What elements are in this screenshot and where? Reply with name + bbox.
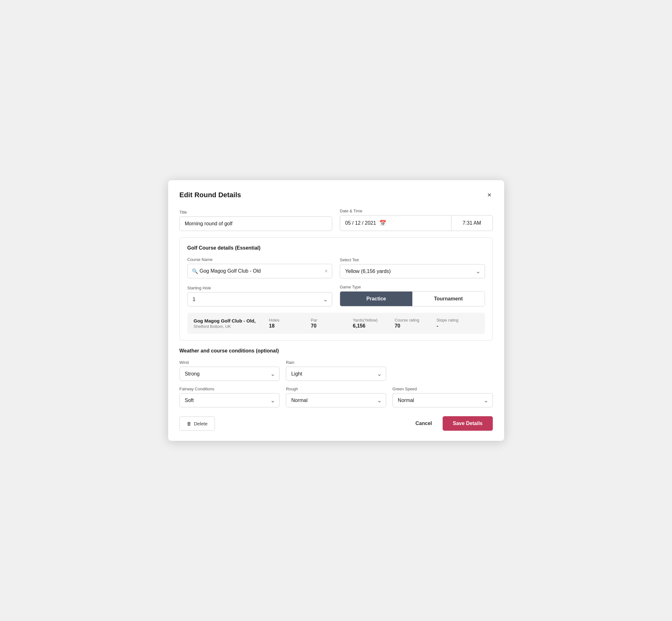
starting-hole-wrap: 1234 5678 910 ⌄ [187, 292, 333, 306]
weather-section: Weather and course conditions (optional)… [179, 348, 493, 407]
modal-title: Edit Round Details [179, 191, 241, 199]
title-group: Title [179, 210, 333, 231]
clear-course-icon[interactable]: × [324, 268, 328, 275]
modal-header: Edit Round Details × [179, 190, 493, 200]
course-rating-label: Course rating [395, 318, 419, 323]
course-name-label: Course Name [187, 257, 333, 262]
green-speed-group: Green Speed SlowNormalFastVery Fast ⌄ [392, 386, 493, 407]
date-time-field: 05 / 12 / 2021 📅 7:31 AM [340, 215, 493, 231]
course-stat-par: Par 70 [311, 318, 353, 329]
starting-hole-dropdown[interactable]: 1234 5678 910 [187, 292, 333, 306]
datetime-group: Date & Time 05 / 12 / 2021 📅 7:31 AM [340, 209, 493, 231]
select-tee-dropdown[interactable]: Yellow (6,156 yards) White Red Blue [340, 264, 485, 278]
course-stat-slope-rating: Slope rating - [437, 318, 478, 329]
wind-select-wrap: CalmLightModerate StrongVery Strong ⌄ [179, 367, 280, 381]
fairway-label: Fairway Conditions [179, 386, 280, 391]
golf-course-section: Golf Course details (Essential) Course N… [179, 237, 493, 340]
golf-course-title: Golf Course details (Essential) [187, 245, 485, 251]
slope-rating-value: - [437, 323, 438, 329]
course-name-input[interactable] [187, 264, 333, 278]
wind-label: Wind [179, 360, 280, 365]
yards-value: 6,156 [353, 323, 365, 329]
game-type-group: Game Type Practice Tournament [340, 285, 485, 306]
rough-select-wrap: ShortNormalLongVery Long ⌄ [286, 393, 386, 407]
rain-label: Rain [286, 360, 386, 365]
game-type-label: Game Type [340, 285, 485, 289]
par-value: 70 [311, 323, 317, 329]
wind-group: Wind CalmLightModerate StrongVery Strong… [179, 360, 280, 381]
course-info-location: Shelford Bottom, UK [194, 324, 269, 329]
game-type-toggle: Practice Tournament [340, 291, 485, 306]
trash-icon: 🗑 [187, 421, 192, 426]
tournament-button[interactable]: Tournament [412, 292, 485, 306]
date-field[interactable]: 05 / 12 / 2021 📅 [340, 215, 452, 231]
calendar-icon: 📅 [379, 220, 386, 226]
course-name-group: Course Name 🔍 × [187, 257, 333, 278]
footer-row: 🗑 Delete Cancel Save Details [179, 416, 493, 431]
green-speed-select-wrap: SlowNormalFastVery Fast ⌄ [392, 393, 493, 407]
slope-rating-label: Slope rating [437, 318, 458, 323]
rough-group: Rough ShortNormalLongVery Long ⌄ [286, 386, 386, 407]
edit-round-modal: Edit Round Details × Title Date & Time 0… [168, 180, 504, 441]
title-input[interactable] [179, 216, 333, 231]
hole-gametype-row: Starting Hole 1234 5678 910 ⌄ Game Type … [187, 285, 485, 306]
course-info-bar: Gog Magog Golf Club - Old, Shelford Bott… [187, 313, 485, 334]
course-tee-row: Course Name 🔍 × Select Tee Yellow (6,156… [187, 257, 485, 278]
green-speed-label: Green Speed [392, 386, 493, 391]
fairway-group: Fairway Conditions FirmNormalSoftWet ⌄ [179, 386, 280, 407]
select-tee-group: Select Tee Yellow (6,156 yards) White Re… [340, 257, 485, 278]
title-label: Title [179, 210, 333, 215]
course-info-name-text: Gog Magog Golf Club - Old, [194, 318, 269, 323]
course-stat-course-rating: Course rating 70 [395, 318, 437, 329]
rough-dropdown[interactable]: ShortNormalLongVery Long [286, 393, 386, 407]
title-datetime-row: Title Date & Time 05 / 12 / 2021 📅 7:31 … [179, 209, 493, 231]
fairway-dropdown[interactable]: FirmNormalSoftWet [179, 393, 280, 407]
starting-hole-label: Starting Hole [187, 286, 333, 290]
rough-label: Rough [286, 386, 386, 391]
delete-button[interactable]: 🗑 Delete [179, 417, 215, 431]
rain-select-wrap: NoneLightModerateHeavy ⌄ [286, 367, 386, 381]
course-stat-holes: Holes 18 [269, 318, 311, 329]
practice-button[interactable]: Practice [340, 292, 412, 306]
conditions-row: Fairway Conditions FirmNormalSoftWet ⌄ R… [179, 386, 493, 407]
time-field[interactable]: 7:31 AM [452, 215, 493, 231]
delete-label: Delete [194, 421, 208, 426]
cancel-button[interactable]: Cancel [412, 417, 435, 430]
course-stat-yards: Yards(Yellow) 6,156 [353, 318, 395, 329]
weather-title: Weather and course conditions (optional) [179, 348, 493, 354]
rain-dropdown[interactable]: NoneLightModerateHeavy [286, 367, 386, 381]
green-speed-dropdown[interactable]: SlowNormalFastVery Fast [392, 393, 493, 407]
holes-label: Holes [269, 318, 280, 323]
select-tee-wrap: Yellow (6,156 yards) White Red Blue ⌄ [340, 264, 485, 278]
wind-dropdown[interactable]: CalmLightModerate StrongVery Strong [179, 367, 280, 381]
starting-hole-group: Starting Hole 1234 5678 910 ⌄ [187, 286, 333, 306]
select-tee-label: Select Tee [340, 257, 485, 262]
yards-label: Yards(Yellow) [353, 318, 378, 323]
close-button[interactable]: × [486, 190, 493, 200]
holes-value: 18 [269, 323, 275, 329]
rain-group: Rain NoneLightModerateHeavy ⌄ [286, 360, 386, 381]
footer-right: Cancel Save Details [412, 416, 493, 431]
course-rating-value: 70 [395, 323, 401, 329]
date-value: 05 / 12 / 2021 [345, 220, 376, 226]
course-info-name: Gog Magog Golf Club - Old, Shelford Bott… [194, 318, 269, 329]
datetime-label: Date & Time [340, 209, 493, 213]
fairway-select-wrap: FirmNormalSoftWet ⌄ [179, 393, 280, 407]
time-value: 7:31 AM [463, 220, 481, 226]
save-button[interactable]: Save Details [443, 416, 493, 431]
par-label: Par [311, 318, 317, 323]
search-icon: 🔍 [192, 268, 198, 274]
course-name-input-wrap: 🔍 × [187, 264, 333, 278]
wind-rain-row: Wind CalmLightModerate StrongVery Strong… [179, 360, 493, 381]
